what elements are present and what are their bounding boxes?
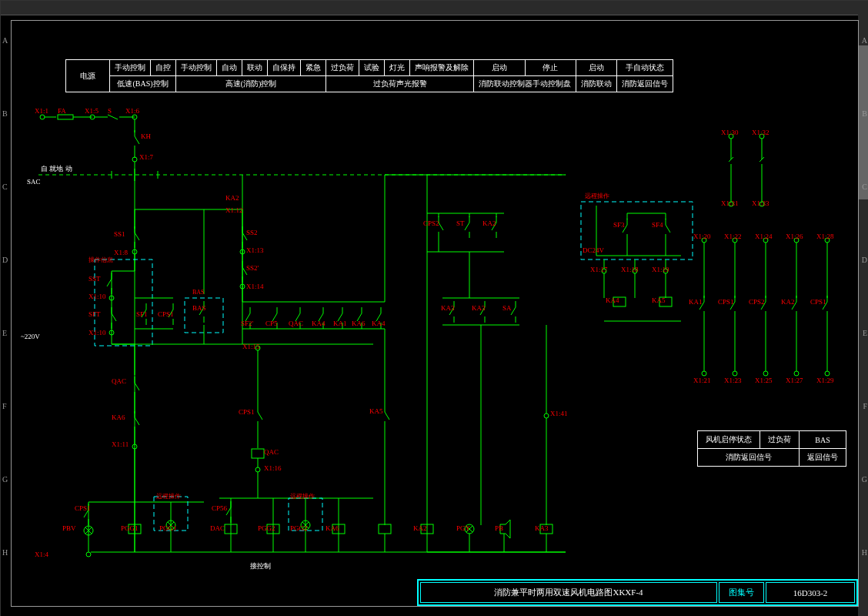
- lbl-x18: X1:8: [114, 249, 128, 256]
- lbl-x116: X1:16: [264, 464, 282, 472]
- lbl-x119: X1:19: [652, 266, 669, 273]
- lbl-dc24: DC24V: [583, 246, 604, 254]
- lbl-cps1b: CPS1: [239, 408, 255, 416]
- lbl-sac: SAC: [27, 178, 41, 186]
- title-block: 消防兼平时两用双速风机电路图XKXF-4 图集号 16D303-2: [417, 579, 858, 606]
- lbl-bas: BAS: [192, 304, 206, 312]
- lbl-x14: X1:4: [35, 551, 48, 558]
- lbl-ka5: KA5: [369, 407, 383, 415]
- scrollbar-vertical[interactable]: [858, 15, 868, 616]
- lbl-pgg1t: 远程操作: [156, 492, 181, 500]
- lbl-x11: X1:1: [35, 107, 48, 115]
- lbl-x130: X1:30: [721, 129, 739, 136]
- viewport: 电源 手动控制 自控 手动控制 自动 联动 自保持 紧急 过负荷 试验 灯光 声…: [0, 0, 868, 616]
- lbl-x132: X1:32: [752, 129, 770, 136]
- grid-letter-right: B: [862, 109, 867, 118]
- grid-letter-right: A: [862, 36, 867, 45]
- lbl-x114: X1:14: [246, 283, 264, 290]
- lbl-ka2: KA2: [225, 194, 239, 202]
- lbl-cps1: CPS1: [158, 310, 174, 318]
- lbl-sa: SA: [502, 304, 512, 312]
- ruler-top: [1, 1, 868, 15]
- lbl-x110b: X1:10: [88, 329, 106, 336]
- lbl-cps1e: CPS1: [75, 504, 91, 512]
- lbl-pgg1: PGG1: [159, 524, 177, 532]
- lbl-fa: FA: [58, 107, 66, 115]
- lbl-pb: PB: [495, 524, 503, 532]
- grid-letter-left: C: [2, 182, 8, 191]
- grid-letter-right: C: [862, 182, 867, 191]
- lbl-pgg1a: PGG1: [121, 524, 139, 532]
- lbl-ka4: KA4: [312, 320, 326, 327]
- return-signal-table: 风机启停状态 过负荷 BAS 消防返回信号 返回信号: [697, 430, 846, 467]
- grid-letter-right: F: [863, 402, 867, 410]
- lbl-x120: X1:20: [693, 233, 711, 240]
- title-col-label: 图集号: [719, 582, 764, 603]
- grid-letter-left: H: [2, 548, 8, 557]
- lbl-x111: X1:11: [112, 440, 129, 448]
- grid-letter-left: D: [2, 256, 8, 264]
- grid-letter-right: E: [863, 329, 867, 337]
- lbl-qacb: QAC: [264, 448, 279, 456]
- lbl-sst: SST: [88, 275, 101, 283]
- lbl-x131: X1:31: [721, 199, 739, 207]
- lbl-ka2d: KA2: [781, 298, 795, 306]
- lbl-pgg2b: PGG2: [290, 524, 308, 532]
- lbl-x126: X1:26: [786, 233, 803, 240]
- lbl-ka6: KA6: [112, 413, 125, 421]
- lbl-cps1d: CPS1: [810, 298, 826, 306]
- lbl-remote: 远程操作: [585, 192, 609, 200]
- grid-letter-right: D: [862, 256, 867, 264]
- lbl-ka2c: KA2: [413, 524, 427, 532]
- lbl-ka3b: KA3: [472, 304, 486, 312]
- lbl-ka2b: KA2: [482, 219, 496, 227]
- lbl-cps1c: CPS1: [718, 298, 734, 306]
- lbl-cp56: CP56: [212, 504, 227, 512]
- lbl-ka3c: KA3: [535, 524, 549, 532]
- title-text: 消防兼平时两用双速风机电路图XKXF-4: [420, 582, 717, 603]
- lbl-s: S: [108, 107, 112, 115]
- lbl-x133: X1:33: [752, 199, 770, 207]
- lbl-x124: X1:24: [755, 233, 773, 240]
- lbl-x129: X1:29: [816, 377, 834, 384]
- lbl-bas2: BAS: [192, 289, 205, 296]
- lbl-ka4b: KA4: [372, 320, 386, 327]
- lbl-220v: ~220V: [21, 333, 40, 340]
- lbl-sac-note: 自 就地 动: [41, 164, 72, 174]
- lbl-qac: QAC: [112, 377, 126, 385]
- lbl-cps2: CPS2: [423, 219, 439, 227]
- lbl-x118: X1:18: [621, 266, 639, 273]
- lbl-x141: X1:41: [550, 410, 568, 417]
- lbl-sf4: SF4: [652, 221, 663, 229]
- lbl-sf3: SF3: [613, 221, 625, 229]
- lbl-pgg2r: 远程操作: [290, 492, 315, 500]
- grid-letter-left: B: [2, 109, 8, 118]
- lbl-x125: X1:25: [755, 377, 773, 384]
- title-code: 16D303-2: [766, 582, 855, 603]
- lbl-qac2: QAC: [289, 320, 303, 327]
- lbl-pgy: PGY: [456, 524, 470, 532]
- lbl-cp5: CP5: [265, 320, 278, 327]
- lbl-x110: X1:10: [88, 293, 106, 300]
- lbl-ka3: KA3: [441, 304, 455, 312]
- drawing-canvas[interactable]: 电源 手动控制 自控 手动控制 自动 联动 自保持 紧急 过负荷 试验 灯光 声…: [11, 20, 859, 607]
- lbl-x123: X1:23: [724, 377, 742, 384]
- lbl-x122: X1:22: [724, 233, 742, 240]
- lbl-ka1b: KA1: [689, 298, 703, 306]
- lbl-st: ST: [456, 219, 465, 227]
- lbl-x128: X1:28: [816, 233, 834, 240]
- lbl-ka5b: KA5: [652, 296, 666, 304]
- grid-letter-right: G: [862, 475, 867, 484]
- lbl-x121: X1:21: [693, 377, 711, 384]
- grid-letter-left: F: [2, 402, 7, 410]
- lbl-cps2b: CPS2: [749, 298, 765, 306]
- lbl-pbv: PBV: [62, 524, 76, 532]
- lbl-sf2: SF2': [241, 320, 253, 327]
- lbl-ka1: KA1: [333, 320, 347, 327]
- lbl-ss1: SS1: [114, 230, 125, 238]
- lbl-ss2: SS2: [246, 229, 258, 236]
- lbl-ka4c: KA4: [606, 296, 619, 304]
- lbl-x15: X1:5: [85, 107, 98, 115]
- lbl-x16: X1:6: [125, 107, 139, 115]
- svg-line-16: [108, 115, 118, 119]
